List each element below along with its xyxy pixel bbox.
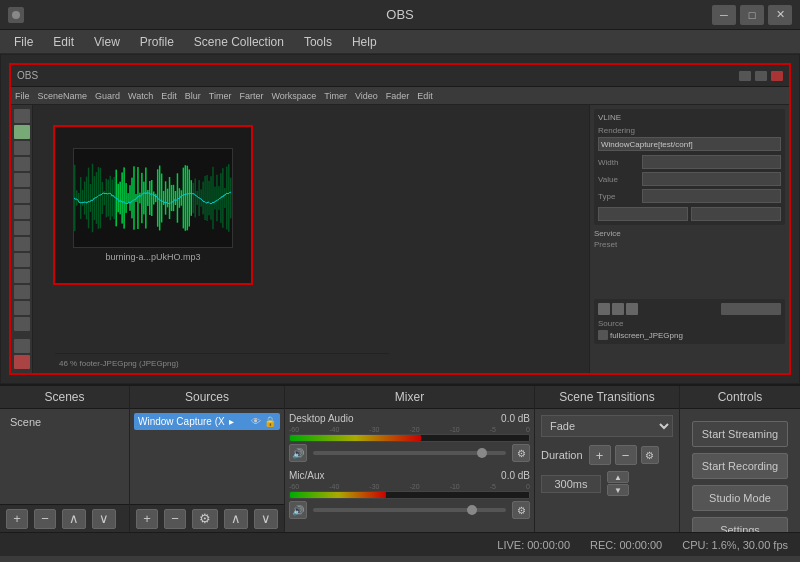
inner-canvas-area: burning-a...pUkHO.mp3 46 % footer-JPEGpn… bbox=[33, 105, 589, 373]
remove-scene-button[interactable]: − bbox=[34, 509, 56, 529]
small-input-1[interactable] bbox=[598, 207, 688, 221]
mic-volume-slider[interactable] bbox=[313, 504, 506, 516]
controls-header: Controls bbox=[680, 386, 800, 409]
inner-tool-9 bbox=[14, 237, 30, 251]
inner-tool-3 bbox=[14, 141, 30, 155]
menu-edit[interactable]: Edit bbox=[43, 33, 84, 51]
inner-tool-15 bbox=[14, 339, 30, 353]
transition-gear-button[interactable]: ⚙ bbox=[641, 446, 659, 464]
transitions-content: Fade Cut Swipe Duration + − ⚙ ▲ ▼ bbox=[535, 409, 679, 532]
controls-content: Start Streaming Start Recording Studio M… bbox=[680, 409, 800, 532]
inner-menu-scene: SceneName bbox=[38, 91, 88, 101]
statusbar: LIVE: 00:00:00 REC: 00:00:00 CPU: 1.6%, … bbox=[0, 532, 800, 556]
waveform-canvas bbox=[74, 149, 232, 247]
small-input-2[interactable] bbox=[691, 207, 781, 221]
remove-transition-button[interactable]: − bbox=[615, 445, 637, 465]
source-eye-icon[interactable]: 👁 bbox=[251, 416, 261, 427]
close-button[interactable]: ✕ bbox=[768, 5, 792, 25]
properties-section-1: VLINE Rendering Width Value Type bbox=[594, 109, 785, 225]
audio-filename: burning-a...pUkHO.mp3 bbox=[105, 252, 200, 262]
inner-title: OBS bbox=[17, 70, 38, 81]
tick-4: -20 bbox=[409, 426, 419, 433]
inner-left-toolbar bbox=[11, 105, 33, 373]
inner-tool-11 bbox=[14, 269, 30, 283]
settings-button[interactable]: Settings bbox=[692, 517, 788, 532]
mic-gear-button[interactable]: ⚙ bbox=[512, 501, 530, 519]
inner-status-text: 46 % footer-JPEGpng (JPEGpng) bbox=[59, 359, 179, 368]
source-down-button[interactable]: ∨ bbox=[254, 509, 278, 529]
mixer-channel-desktop: Desktop Audio 0.0 dB -60 -40 -30 -20 -10… bbox=[289, 413, 530, 462]
titlebar-left bbox=[8, 7, 24, 23]
sources-header: Sources bbox=[130, 386, 284, 409]
desktop-volume-track bbox=[313, 451, 506, 455]
source-settings-button[interactable]: ⚙ bbox=[192, 509, 218, 529]
duration-down-button[interactable]: ▼ bbox=[607, 484, 629, 496]
duration-up-button[interactable]: ▲ bbox=[607, 471, 629, 483]
window-controls: ─ □ ✕ bbox=[712, 5, 792, 25]
desktop-gear-button[interactable]: ⚙ bbox=[512, 444, 530, 462]
inner-menu-watch: Watch bbox=[128, 91, 153, 101]
desktop-meter-track bbox=[289, 434, 530, 442]
menu-profile[interactable]: Profile bbox=[130, 33, 184, 51]
add-scene-button[interactable]: + bbox=[6, 509, 28, 529]
tick-3: -30 bbox=[369, 426, 379, 433]
maximize-button[interactable]: □ bbox=[740, 5, 764, 25]
tick-1: -60 bbox=[289, 426, 299, 433]
duration-input[interactable] bbox=[541, 475, 601, 493]
studio-mode-button[interactable]: Studio Mode bbox=[692, 485, 788, 511]
source-item[interactable]: Window Capture (X ▸ 👁 🔒 bbox=[134, 413, 280, 430]
menu-tools[interactable]: Tools bbox=[294, 33, 342, 51]
transition-select[interactable]: Fade Cut Swipe bbox=[541, 415, 673, 437]
scenes-content: Scene bbox=[0, 409, 129, 504]
duration-controls: + − ⚙ bbox=[589, 445, 659, 465]
type-input[interactable] bbox=[642, 189, 781, 203]
duration-arrows: ▲ ▼ bbox=[607, 471, 629, 496]
service-label: Service bbox=[594, 229, 785, 238]
source-lock-icon[interactable]: 🔒 bbox=[264, 416, 276, 427]
desktop-audio-db: 0.0 dB bbox=[495, 413, 530, 424]
add-source-button[interactable]: + bbox=[136, 509, 158, 529]
scene-up-button[interactable]: ∧ bbox=[62, 509, 86, 529]
controls-buttons: Start Streaming Start Recording Studio M… bbox=[684, 413, 796, 532]
source-label: Source bbox=[598, 319, 781, 328]
menu-file[interactable]: File bbox=[4, 33, 43, 51]
waveform-display bbox=[73, 148, 233, 248]
tick-7: 0 bbox=[526, 426, 530, 433]
inner-obs-window: OBS File SceneName Guard Watch Edit Blur… bbox=[11, 65, 789, 373]
scenes-panel: Scenes Scene + − ∧ ∨ bbox=[0, 386, 130, 532]
inner-tool-8 bbox=[14, 221, 30, 235]
remove-source-button[interactable]: − bbox=[164, 509, 186, 529]
source-up-button[interactable]: ∧ bbox=[224, 509, 248, 529]
rendering-input[interactable] bbox=[598, 137, 781, 151]
add-transition-button[interactable]: + bbox=[589, 445, 611, 465]
app-icon bbox=[8, 7, 24, 23]
inner-menu-file: File bbox=[15, 91, 30, 101]
inner-tool-13 bbox=[14, 301, 30, 315]
inner-audio-canvas: burning-a...pUkHO.mp3 bbox=[53, 125, 253, 285]
mic-mute-button[interactable]: 🔊 bbox=[289, 501, 307, 519]
start-recording-button[interactable]: Start Recording bbox=[692, 453, 788, 479]
inner-menu-timer: Timer bbox=[209, 91, 232, 101]
desktop-mute-button[interactable]: 🔊 bbox=[289, 444, 307, 462]
minimize-button[interactable]: ─ bbox=[712, 5, 736, 25]
scene-down-button[interactable]: ∨ bbox=[92, 509, 116, 529]
properties-section-2: Source fullscreen_JPEGpng bbox=[594, 299, 785, 344]
inner-menu-edit: Edit bbox=[161, 91, 177, 101]
menu-view[interactable]: View bbox=[84, 33, 130, 51]
tick-2b: -40 bbox=[329, 483, 339, 490]
desktop-volume-slider[interactable] bbox=[313, 447, 506, 459]
width-input[interactable] bbox=[642, 155, 781, 169]
inner-menu-video: Video bbox=[355, 91, 378, 101]
menu-scene-collection[interactable]: Scene Collection bbox=[184, 33, 294, 51]
value-input[interactable] bbox=[642, 172, 781, 186]
preview-frame: OBS File SceneName Guard Watch Edit Blur… bbox=[9, 63, 791, 375]
tick-7b: 0 bbox=[526, 483, 530, 490]
scene-item[interactable]: Scene bbox=[4, 413, 125, 431]
mixer-content: Desktop Audio 0.0 dB -60 -40 -30 -20 -10… bbox=[285, 409, 534, 532]
start-streaming-button[interactable]: Start Streaming bbox=[692, 421, 788, 447]
inner-tool-5 bbox=[14, 173, 30, 187]
scenes-header: Scenes bbox=[0, 386, 129, 409]
menu-help[interactable]: Help bbox=[342, 33, 387, 51]
inner-tool-7 bbox=[14, 205, 30, 219]
tick-6: -5 bbox=[490, 426, 496, 433]
